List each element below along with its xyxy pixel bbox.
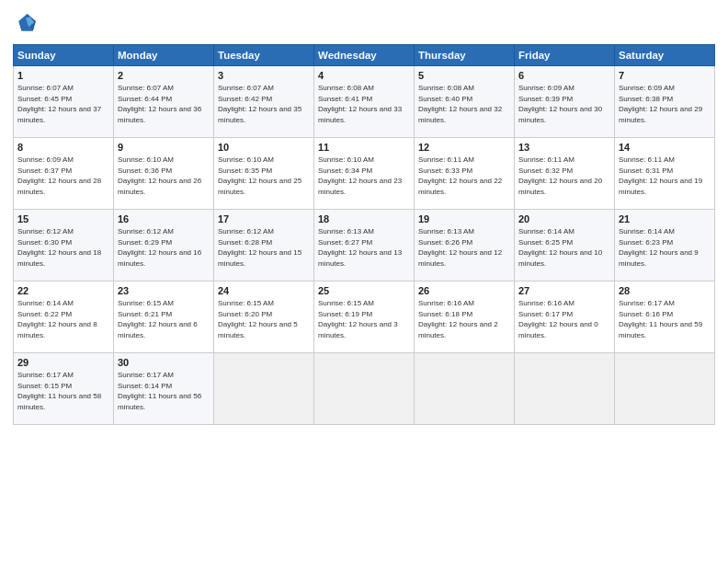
day-info: Sunrise: 6:16 AMSunset: 6:17 PMDaylight:… — [518, 299, 598, 339]
day-info: Sunrise: 6:12 AMSunset: 6:28 PMDaylight:… — [218, 227, 301, 268]
day-number: 3 — [218, 70, 310, 81]
calendar-cell: 23 Sunrise: 6:15 AMSunset: 6:21 PMDaylig… — [114, 282, 214, 353]
calendar-cell: 25 Sunrise: 6:15 AMSunset: 6:19 PMDaylig… — [314, 282, 415, 353]
day-number: 29 — [17, 357, 109, 368]
calendar-cell: 1 Sunrise: 6:07 AMSunset: 6:45 PMDayligh… — [14, 66, 114, 138]
day-number: 14 — [619, 142, 711, 153]
calendar-cell: 17 Sunrise: 6:12 AMSunset: 6:28 PMDaylig… — [214, 210, 314, 282]
week-row-4: 22 Sunrise: 6:14 AMSunset: 6:22 PMDaylig… — [14, 282, 715, 353]
logo — [13, 11, 42, 37]
day-number: 4 — [318, 70, 410, 81]
calendar-cell — [214, 353, 314, 425]
calendar-body: 1 Sunrise: 6:07 AMSunset: 6:45 PMDayligh… — [14, 66, 715, 425]
day-info: Sunrise: 6:12 AMSunset: 6:30 PMDaylight:… — [17, 227, 101, 268]
day-info: Sunrise: 6:07 AMSunset: 6:44 PMDaylight:… — [118, 84, 201, 124]
calendar-cell: 2 Sunrise: 6:07 AMSunset: 6:44 PMDayligh… — [114, 66, 214, 138]
calendar-cell — [615, 353, 715, 425]
calendar-cell: 22 Sunrise: 6:14 AMSunset: 6:22 PMDaylig… — [14, 282, 114, 353]
day-number: 22 — [17, 285, 109, 296]
day-info: Sunrise: 6:10 AMSunset: 6:36 PMDaylight:… — [118, 155, 201, 196]
header-row: SundayMondayTuesdayWednesdayThursdayFrid… — [14, 45, 715, 66]
week-row-3: 15 Sunrise: 6:12 AMSunset: 6:30 PMDaylig… — [14, 210, 715, 282]
day-info: Sunrise: 6:13 AMSunset: 6:27 PMDaylight:… — [318, 227, 402, 268]
calendar-cell: 26 Sunrise: 6:16 AMSunset: 6:18 PMDaylig… — [415, 282, 515, 353]
day-number: 16 — [118, 213, 210, 224]
calendar-cell: 9 Sunrise: 6:10 AMSunset: 6:36 PMDayligh… — [114, 138, 214, 210]
day-info: Sunrise: 6:15 AMSunset: 6:21 PMDaylight:… — [118, 299, 198, 339]
calendar-cell: 24 Sunrise: 6:15 AMSunset: 6:20 PMDaylig… — [214, 282, 314, 353]
day-number: 21 — [619, 213, 711, 224]
day-number: 30 — [118, 357, 210, 368]
header — [13, 11, 715, 37]
calendar-cell: 28 Sunrise: 6:17 AMSunset: 6:16 PMDaylig… — [615, 282, 715, 353]
day-number: 17 — [218, 213, 310, 224]
day-info: Sunrise: 6:09 AMSunset: 6:38 PMDaylight:… — [619, 84, 702, 124]
day-number: 2 — [118, 70, 210, 81]
calendar-cell: 11 Sunrise: 6:10 AMSunset: 6:34 PMDaylig… — [314, 138, 415, 210]
day-number: 12 — [418, 142, 510, 153]
day-info: Sunrise: 6:07 AMSunset: 6:42 PMDaylight:… — [218, 84, 301, 124]
calendar-header: SundayMondayTuesdayWednesdayThursdayFrid… — [14, 45, 715, 66]
calendar-cell: 6 Sunrise: 6:09 AMSunset: 6:39 PMDayligh… — [515, 66, 615, 138]
day-number: 11 — [318, 142, 410, 153]
calendar-cell: 13 Sunrise: 6:11 AMSunset: 6:32 PMDaylig… — [515, 138, 615, 210]
day-number: 5 — [418, 70, 510, 81]
calendar-cell — [415, 353, 515, 425]
day-number: 15 — [17, 213, 109, 224]
day-info: Sunrise: 6:13 AMSunset: 6:26 PMDaylight:… — [418, 227, 502, 268]
day-info: Sunrise: 6:10 AMSunset: 6:35 PMDaylight:… — [218, 155, 301, 196]
day-number: 1 — [17, 70, 109, 81]
calendar-cell: 30 Sunrise: 6:17 AMSunset: 6:14 PMDaylig… — [114, 353, 214, 425]
calendar-cell: 18 Sunrise: 6:13 AMSunset: 6:27 PMDaylig… — [314, 210, 415, 282]
calendar-cell: 12 Sunrise: 6:11 AMSunset: 6:33 PMDaylig… — [415, 138, 515, 210]
week-row-5: 29 Sunrise: 6:17 AMSunset: 6:15 PMDaylig… — [14, 353, 715, 425]
header-cell-monday: Monday — [114, 45, 214, 66]
day-number: 6 — [518, 70, 610, 81]
day-number: 20 — [518, 213, 610, 224]
calendar-cell: 21 Sunrise: 6:14 AMSunset: 6:23 PMDaylig… — [615, 210, 715, 282]
day-info: Sunrise: 6:07 AMSunset: 6:45 PMDaylight:… — [17, 84, 101, 124]
day-number: 8 — [17, 142, 109, 153]
header-cell-thursday: Thursday — [415, 45, 515, 66]
week-row-2: 8 Sunrise: 6:09 AMSunset: 6:37 PMDayligh… — [14, 138, 715, 210]
page: SundayMondayTuesdayWednesdayThursdayFrid… — [0, 0, 728, 563]
day-info: Sunrise: 6:11 AMSunset: 6:32 PMDaylight:… — [518, 155, 602, 196]
day-number: 19 — [418, 213, 510, 224]
calendar-cell: 20 Sunrise: 6:14 AMSunset: 6:25 PMDaylig… — [515, 210, 615, 282]
day-info: Sunrise: 6:17 AMSunset: 6:16 PMDaylight:… — [619, 299, 702, 339]
day-info: Sunrise: 6:14 AMSunset: 6:25 PMDaylight:… — [518, 227, 602, 268]
calendar-table: SundayMondayTuesdayWednesdayThursdayFrid… — [13, 44, 715, 425]
day-info: Sunrise: 6:09 AMSunset: 6:37 PMDaylight:… — [17, 155, 101, 196]
calendar-cell: 16 Sunrise: 6:12 AMSunset: 6:29 PMDaylig… — [114, 210, 214, 282]
day-number: 18 — [318, 213, 410, 224]
header-cell-tuesday: Tuesday — [214, 45, 314, 66]
calendar-cell: 29 Sunrise: 6:17 AMSunset: 6:15 PMDaylig… — [14, 353, 114, 425]
logo-icon — [13, 11, 39, 37]
day-info: Sunrise: 6:16 AMSunset: 6:18 PMDaylight:… — [418, 299, 498, 339]
day-info: Sunrise: 6:08 AMSunset: 6:41 PMDaylight:… — [318, 84, 402, 124]
header-cell-sunday: Sunday — [14, 45, 114, 66]
day-number: 7 — [619, 70, 711, 81]
day-number: 27 — [518, 285, 610, 296]
day-number: 10 — [218, 142, 310, 153]
calendar-cell: 8 Sunrise: 6:09 AMSunset: 6:37 PMDayligh… — [14, 138, 114, 210]
day-info: Sunrise: 6:12 AMSunset: 6:29 PMDaylight:… — [118, 227, 201, 268]
day-info: Sunrise: 6:15 AMSunset: 6:19 PMDaylight:… — [318, 299, 398, 339]
day-info: Sunrise: 6:11 AMSunset: 6:33 PMDaylight:… — [418, 155, 502, 196]
day-info: Sunrise: 6:14 AMSunset: 6:22 PMDaylight:… — [17, 299, 97, 339]
day-number: 9 — [118, 142, 210, 153]
week-row-1: 1 Sunrise: 6:07 AMSunset: 6:45 PMDayligh… — [14, 66, 715, 138]
calendar-cell: 15 Sunrise: 6:12 AMSunset: 6:30 PMDaylig… — [14, 210, 114, 282]
day-info: Sunrise: 6:10 AMSunset: 6:34 PMDaylight:… — [318, 155, 402, 196]
calendar-cell: 10 Sunrise: 6:10 AMSunset: 6:35 PMDaylig… — [214, 138, 314, 210]
day-info: Sunrise: 6:14 AMSunset: 6:23 PMDaylight:… — [619, 227, 699, 268]
header-cell-saturday: Saturday — [615, 45, 715, 66]
calendar-cell: 14 Sunrise: 6:11 AMSunset: 6:31 PMDaylig… — [615, 138, 715, 210]
calendar-cell: 7 Sunrise: 6:09 AMSunset: 6:38 PMDayligh… — [615, 66, 715, 138]
day-info: Sunrise: 6:09 AMSunset: 6:39 PMDaylight:… — [518, 84, 602, 124]
day-number: 25 — [318, 285, 410, 296]
calendar-cell: 3 Sunrise: 6:07 AMSunset: 6:42 PMDayligh… — [214, 66, 314, 138]
day-number: 23 — [118, 285, 210, 296]
day-info: Sunrise: 6:17 AMSunset: 6:15 PMDaylight:… — [17, 371, 101, 411]
calendar-cell: 19 Sunrise: 6:13 AMSunset: 6:26 PMDaylig… — [415, 210, 515, 282]
